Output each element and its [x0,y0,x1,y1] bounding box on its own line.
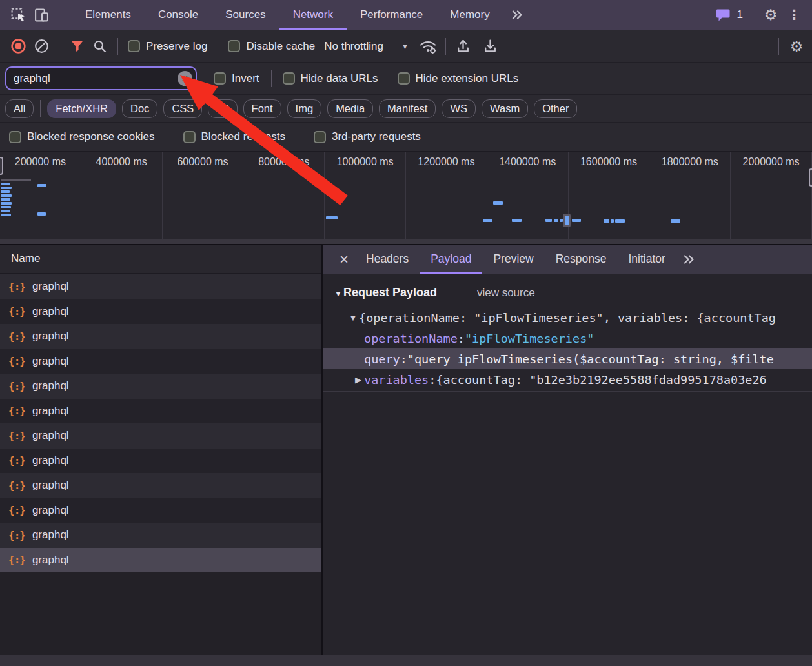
expand-triangle-icon[interactable]: ▶ [352,375,364,385]
panel-tabs: Elements Console Sources Network Perform… [72,0,503,30]
type-chip[interactable]: Wasm [482,99,528,118]
extra-filter-checkbox[interactable] [9,131,21,143]
waterfall-bar [1,210,10,212]
type-chip[interactable]: JS [208,99,237,118]
toolbar-separator [117,38,118,55]
clear-network-log-button[interactable] [30,35,53,57]
waterfall-bar [554,219,558,222]
json-braces-icon: {:} [8,504,25,516]
inspect-element-button[interactable] [6,4,30,26]
extra-filter-label: 3rd-party requests [332,130,421,143]
hide-extension-urls-checkbox[interactable] [398,72,410,85]
hide-data-urls-checkbox[interactable] [283,72,295,85]
details-tab[interactable]: Initiator [617,245,676,274]
request-row[interactable]: {:} graphql [0,449,321,474]
operation-name-row[interactable]: operationName: "ipFlowTimeseries" [323,328,812,348]
toolbar-separator [59,6,59,23]
request-row[interactable]: {:} graphql [0,299,321,325]
preserve-log-checkbox[interactable] [128,40,140,52]
name-column-header[interactable]: Name [0,245,321,274]
request-name: graphql [32,529,69,541]
collapse-triangle-icon[interactable]: ▼ [334,289,342,298]
record-icon [10,38,26,54]
payload-preview-text: {operationName: "ipFlowTimeseries", vari… [359,311,776,325]
waterfall-bar [1,194,12,197]
filter-toggle-button[interactable] [65,35,88,57]
request-row[interactable]: {:} graphql [0,374,321,399]
request-row[interactable]: {:} graphql [0,399,321,424]
request-row[interactable]: {:} graphql [0,324,321,349]
search-icon [92,39,108,54]
json-braces-icon: {:} [8,380,25,392]
device-toolbar-icon [34,7,50,23]
details-tab[interactable]: Response [545,245,618,274]
extra-filter-checkbox[interactable] [314,131,326,143]
network-conditions-button[interactable] [416,35,440,57]
wifi-gear-icon [419,39,437,54]
type-chip[interactable]: Img [287,99,322,118]
chevron-double-right-icon [682,254,696,265]
type-chip[interactable]: Fetch/XHR [47,99,116,118]
panel-tab[interactable]: Console [145,0,212,30]
network-toolbar: Preserve log Disable cache No throttling… [0,30,812,63]
more-panels-button[interactable] [503,0,531,30]
request-row[interactable]: {:} graphql [0,274,321,299]
payload-preview-row[interactable]: ▼ {operationName: "ipFlowTimeseries", va… [323,307,812,328]
type-chip[interactable]: Media [327,99,373,118]
export-har-button[interactable] [479,35,502,57]
type-chip[interactable]: Font [243,99,281,118]
waterfall-bar [483,219,492,222]
record-network-log-button[interactable] [6,35,30,57]
type-chip[interactable]: WS [442,99,476,118]
type-chip[interactable]: Doc [122,99,157,118]
request-row[interactable]: {:} graphql [0,548,321,573]
type-chip[interactable]: Other [534,99,577,118]
extra-filter-checkbox[interactable] [183,131,196,143]
disable-cache-checkbox[interactable] [228,40,240,52]
clear-filter-button[interactable]: × [178,71,192,86]
overview-left-handle[interactable] [0,157,3,175]
request-row[interactable]: {:} graphql [0,349,321,374]
request-row[interactable]: {:} graphql [0,473,321,498]
network-settings-button[interactable]: ⚙ [785,35,808,57]
close-details-button[interactable]: × [333,245,355,274]
search-button[interactable] [88,35,112,57]
timeline-tick: 600000 ms [163,152,244,240]
json-braces-icon: {:} [8,281,25,293]
settings-button[interactable]: ⚙ [759,4,782,26]
throttling-dropdown[interactable]: No throttling ▼ [324,40,409,53]
type-chip[interactable]: CSS [163,99,202,118]
json-braces-icon: {:} [8,405,25,417]
details-tab[interactable]: Preview [482,245,544,274]
request-row[interactable]: {:} graphql [0,498,321,523]
panel-tab[interactable]: Elements [72,0,145,30]
extra-filter-group: Blocked requests [183,130,285,143]
filter-input[interactable] [5,66,197,90]
panel-tab[interactable]: Sources [212,0,279,30]
request-name: graphql [32,330,69,343]
close-icon: × [182,73,188,84]
type-chip-all[interactable]: All [5,99,34,118]
hide-extension-urls-label: Hide extension URLs [416,72,519,85]
issues-button[interactable] [711,4,735,26]
query-row-selected[interactable]: query: "query ipFlowTimeseries($accountT… [323,348,812,369]
type-chip[interactable]: Manifest [379,99,436,118]
network-overview-timeline[interactable]: 200000 ms 400000 ms 600000 ms 800000 ms … [0,152,812,245]
panel-tab[interactable]: Performance [347,0,436,30]
overview-right-handle[interactable] [809,168,812,187]
view-source-link[interactable]: view source [477,287,535,299]
request-row[interactable]: {:} graphql [0,523,321,548]
invert-checkbox[interactable] [214,72,226,85]
main-menu-button[interactable]: ⋮ [782,4,806,26]
panel-tab[interactable]: Memory [436,0,503,30]
panel-tab[interactable]: Network [279,0,347,30]
waterfall-bar [512,219,522,222]
import-har-button[interactable] [452,35,475,57]
details-tab[interactable]: Payload [420,245,482,274]
more-details-tabs-button[interactable] [676,245,701,274]
device-toolbar-button[interactable] [30,4,53,26]
details-tab[interactable]: Headers [355,245,420,274]
variables-row[interactable]: ▶ variables: {accountTag: "b12e3b2192ee5… [323,369,812,390]
collapse-triangle-icon[interactable]: ▼ [347,313,359,323]
request-row[interactable]: {:} graphql [0,423,321,449]
